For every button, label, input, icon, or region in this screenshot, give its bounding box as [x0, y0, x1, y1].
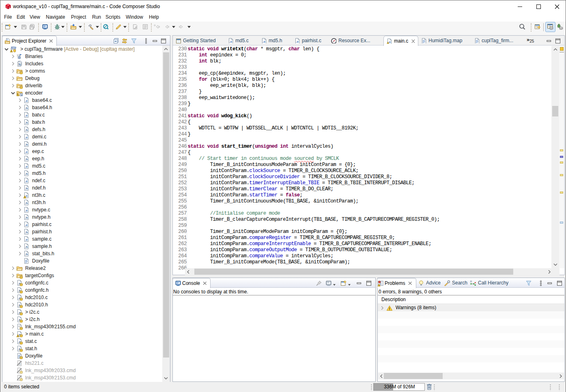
- svg-text:.h: .h: [25, 245, 28, 249]
- svg-text:.c: .c: [25, 209, 28, 212]
- svg-text:.h: .h: [25, 106, 28, 110]
- svg-text:.c: .c: [25, 238, 28, 241]
- svg-text:.c: .c: [25, 114, 28, 117]
- svg-text:.h: .h: [25, 216, 28, 220]
- svg-text:.c: .c: [25, 179, 28, 183]
- svg-text:.h: .h: [25, 230, 28, 234]
- svg-text:.h: .h: [25, 172, 28, 176]
- svg-text:.h: .h: [25, 128, 28, 132]
- svg-text:.h: .h: [25, 187, 28, 190]
- svg-text:.c: .c: [230, 40, 232, 43]
- svg-text:.c: .c: [263, 40, 266, 43]
- svg-text:.h: .h: [25, 143, 28, 146]
- svg-text:.c: .c: [25, 165, 28, 168]
- svg-text:h: h: [18, 62, 20, 67]
- svg-text:.c: .c: [25, 99, 28, 103]
- svg-text:.c: .c: [25, 136, 28, 139]
- svg-text:RTSC: RTSC: [11, 46, 16, 49]
- svg-text:.h: .h: [25, 157, 28, 161]
- svg-text:.h: .h: [25, 252, 28, 256]
- svg-text:.h: .h: [25, 201, 28, 205]
- svg-text:.c: .c: [296, 40, 299, 43]
- svg-text:.c: .c: [25, 223, 28, 227]
- svg-text:.h: .h: [25, 121, 28, 125]
- svg-text:.c: .c: [25, 150, 28, 154]
